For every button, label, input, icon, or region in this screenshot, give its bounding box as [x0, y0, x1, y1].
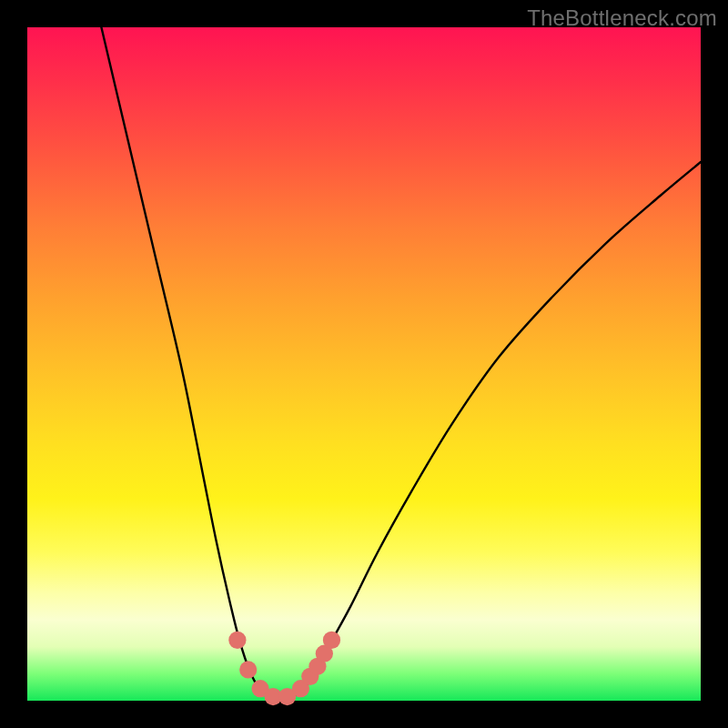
curve-marker: [323, 632, 340, 649]
chart-svg: [27, 27, 701, 701]
curve-marker: [228, 632, 246, 649]
plot-area: [27, 27, 701, 701]
chart-frame: TheBottleneck.com: [0, 0, 728, 728]
curve-marker: [239, 661, 257, 678]
bottleneck-curve: [101, 27, 701, 699]
curve-markers: [228, 632, 340, 705]
